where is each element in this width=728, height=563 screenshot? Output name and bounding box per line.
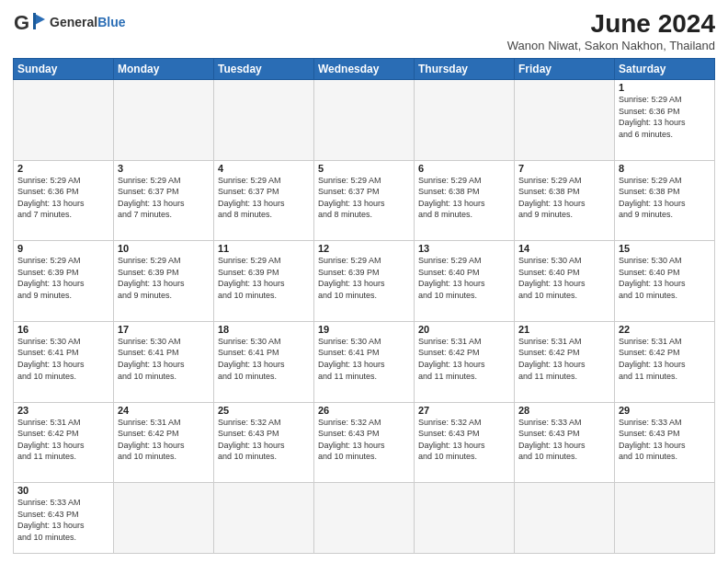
calendar-row-5: 23 Sunrise: 5:31 AMSunset: 6:42 PMDaylig…	[14, 402, 715, 483]
calendar-row-2: 2 Sunrise: 5:29 AMSunset: 6:36 PMDayligh…	[14, 160, 715, 241]
calendar-header-row: Sunday Monday Tuesday Wednesday Thursday…	[14, 59, 715, 80]
empty-cell	[515, 483, 615, 554]
day-8: 8 Sunrise: 5:29 AMSunset: 6:38 PMDayligh…	[615, 160, 715, 241]
empty-cell	[615, 483, 715, 554]
day-2: 2 Sunrise: 5:29 AMSunset: 6:36 PMDayligh…	[14, 160, 114, 241]
title-block: June 2024 Wanon Niwat, Sakon Nakhon, Tha…	[507, 9, 715, 52]
svg-rect-2	[33, 13, 36, 29]
logo-text: GeneralBlue	[50, 16, 125, 29]
day-27: 27 Sunrise: 5:32 AMSunset: 6:43 PMDaylig…	[415, 402, 515, 483]
empty-cell	[515, 80, 615, 161]
day-24: 24 Sunrise: 5:31 AMSunset: 6:42 PMDaylig…	[114, 402, 214, 483]
calendar-row-4: 16 Sunrise: 5:30 AMSunset: 6:41 PMDaylig…	[14, 321, 715, 402]
day-10: 10 Sunrise: 5:29 AMSunset: 6:39 PMDaylig…	[114, 241, 214, 322]
day-20: 20 Sunrise: 5:31 AMSunset: 6:42 PMDaylig…	[415, 321, 515, 402]
day-19: 19 Sunrise: 5:30 AMSunset: 6:41 PMDaylig…	[314, 321, 415, 402]
col-friday: Friday	[515, 59, 615, 80]
logo: G GeneralBlue	[13, 9, 125, 37]
day-22: 22 Sunrise: 5:31 AMSunset: 6:42 PMDaylig…	[615, 321, 715, 402]
day-17: 17 Sunrise: 5:30 AMSunset: 6:41 PMDaylig…	[114, 321, 214, 402]
day-23: 23 Sunrise: 5:31 AMSunset: 6:42 PMDaylig…	[14, 402, 114, 483]
logo-general: General	[50, 15, 97, 29]
calendar-page: G GeneralBlue June 2024 Wanon Niwat, Sak…	[0, 0, 728, 563]
day-28: 28 Sunrise: 5:33 AMSunset: 6:43 PMDaylig…	[515, 402, 615, 483]
empty-cell	[314, 80, 415, 161]
empty-cell	[214, 80, 314, 161]
calendar-row-3: 9 Sunrise: 5:29 AMSunset: 6:39 PMDayligh…	[14, 241, 715, 322]
empty-cell	[114, 80, 214, 161]
empty-cell	[114, 483, 214, 554]
day-12: 12 Sunrise: 5:29 AMSunset: 6:39 PMDaylig…	[314, 241, 415, 322]
header: G GeneralBlue June 2024 Wanon Niwat, Sak…	[13, 9, 715, 52]
calendar-table: Sunday Monday Tuesday Wednesday Thursday…	[13, 58, 715, 554]
day-3: 3 Sunrise: 5:29 AMSunset: 6:37 PMDayligh…	[114, 160, 214, 241]
empty-cell	[415, 483, 515, 554]
col-sunday: Sunday	[14, 59, 114, 80]
col-thursday: Thursday	[415, 59, 515, 80]
empty-cell	[14, 80, 114, 161]
day-21: 21 Sunrise: 5:31 AMSunset: 6:42 PMDaylig…	[515, 321, 615, 402]
day-1: 1 Sunrise: 5:29 AMSunset: 6:36 PMDayligh…	[615, 80, 715, 161]
logo-blue: Blue	[97, 15, 125, 29]
day-13: 13 Sunrise: 5:29 AMSunset: 6:40 PMDaylig…	[415, 241, 515, 322]
col-saturday: Saturday	[615, 59, 715, 80]
calendar-row-6: 30 Sunrise: 5:33 AMSunset: 6:43 PMDaylig…	[14, 483, 715, 554]
day-29: 29 Sunrise: 5:33 AMSunset: 6:43 PMDaylig…	[615, 402, 715, 483]
empty-cell	[415, 80, 515, 161]
col-wednesday: Wednesday	[314, 59, 415, 80]
month-year: June 2024	[507, 9, 715, 39]
day-9: 9 Sunrise: 5:29 AMSunset: 6:39 PMDayligh…	[14, 241, 114, 322]
day-30: 30 Sunrise: 5:33 AMSunset: 6:43 PMDaylig…	[14, 483, 114, 554]
col-tuesday: Tuesday	[214, 59, 314, 80]
day-5: 5 Sunrise: 5:29 AMSunset: 6:37 PMDayligh…	[314, 160, 415, 241]
location: Wanon Niwat, Sakon Nakhon, Thailand	[507, 39, 715, 52]
day-15: 15 Sunrise: 5:30 AMSunset: 6:40 PMDaylig…	[615, 241, 715, 322]
day-16: 16 Sunrise: 5:30 AMSunset: 6:41 PMDaylig…	[14, 321, 114, 402]
day-11: 11 Sunrise: 5:29 AMSunset: 6:39 PMDaylig…	[214, 241, 314, 322]
day-25: 25 Sunrise: 5:32 AMSunset: 6:43 PMDaylig…	[214, 402, 314, 483]
day-6: 6 Sunrise: 5:29 AMSunset: 6:38 PMDayligh…	[415, 160, 515, 241]
empty-cell	[214, 483, 314, 554]
svg-text:G: G	[14, 11, 29, 34]
col-monday: Monday	[114, 59, 214, 80]
calendar-row-1: 1 Sunrise: 5:29 AMSunset: 6:36 PMDayligh…	[14, 80, 715, 161]
empty-cell	[314, 483, 415, 554]
day-18: 18 Sunrise: 5:30 AMSunset: 6:41 PMDaylig…	[214, 321, 314, 402]
logo-icon: G	[13, 9, 46, 37]
day-4: 4 Sunrise: 5:29 AMSunset: 6:37 PMDayligh…	[214, 160, 314, 241]
day-26: 26 Sunrise: 5:32 AMSunset: 6:43 PMDaylig…	[314, 402, 415, 483]
day-14: 14 Sunrise: 5:30 AMSunset: 6:40 PMDaylig…	[515, 241, 615, 322]
day-7: 7 Sunrise: 5:29 AMSunset: 6:38 PMDayligh…	[515, 160, 615, 241]
